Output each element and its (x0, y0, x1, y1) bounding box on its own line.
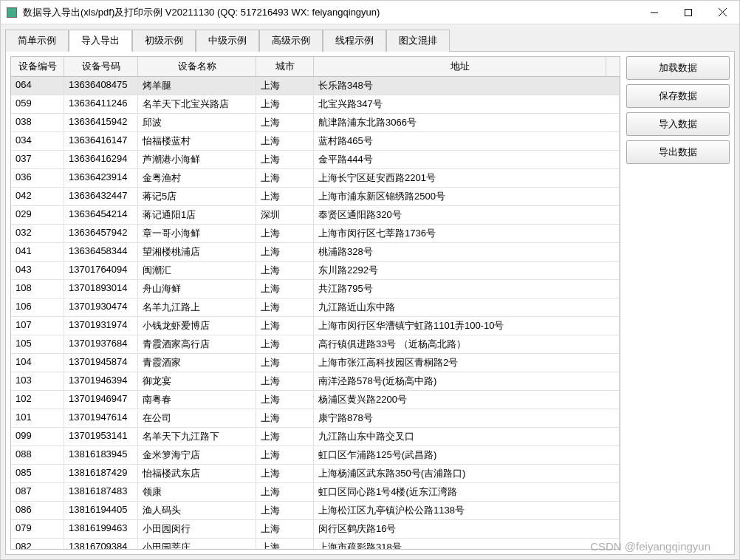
side-panel: 加载数据 保存数据 导入数据 导出数据 (626, 56, 730, 550)
table-row[interactable]: 04113636458344望湘楼桃浦店上海桃浦路328号 (11, 243, 620, 262)
cell-num: 13636416294 (64, 151, 138, 169)
cell-id: 038 (11, 114, 64, 132)
cell-id: 036 (11, 169, 64, 188)
load-data-button[interactable]: 加载数据 (626, 56, 730, 80)
cell-id: 032 (11, 225, 64, 243)
table-row[interactable]: 10413701945874青霞酒家上海上海市张江高科技园区青桐路2号 (11, 354, 620, 372)
cell-city: 上海 (256, 446, 314, 465)
cell-id: 041 (11, 243, 64, 262)
cell-addr: 长乐路348号 (314, 77, 620, 95)
table-row[interactable]: 08713816187483领康上海虹口区同心路1号4楼(近东江湾路 (11, 483, 620, 502)
cell-id: 064 (11, 77, 64, 95)
cell-city: 上海 (256, 77, 314, 95)
table-row[interactable]: 10513701937684青霞酒家高行店上海高行镇俱进路33号 （近杨高北路） (11, 335, 620, 354)
cell-city: 上海 (256, 335, 314, 354)
column-header-id[interactable]: 设备编号 (11, 57, 64, 76)
cell-addr: 上海杨浦区武东路350号(吉浦路口) (314, 465, 620, 483)
cell-addr: 九江路山东中路交叉口 (314, 428, 620, 446)
tab-6[interactable]: 图文混排 (386, 30, 450, 52)
export-data-button[interactable]: 导出数据 (626, 140, 730, 164)
table-row[interactable]: 04313701764094闽潮汇上海东川路2292号 (11, 262, 620, 280)
cell-addr: 航津路浦东北路3066号 (314, 114, 620, 132)
table-row[interactable]: 03713636416294芦潮港小海鲜上海金平路444号 (11, 151, 620, 169)
cell-name: 金粤渔村 (138, 169, 256, 188)
table-row[interactable]: 10813701893014舟山海鲜上海共江路795号 (11, 280, 620, 298)
tab-0[interactable]: 简单示例 (5, 30, 69, 52)
data-table: 设备编号 设备号码 设备名称 城市 地址 06413636408475烤羊腿上海… (10, 56, 620, 550)
tab-5[interactable]: 线程示例 (323, 30, 386, 52)
cell-addr: 杨浦区黄兴路2200号 (314, 391, 620, 409)
table-row[interactable]: 03413636416147怡福楼蓝村上海蓝村路465号 (11, 132, 620, 151)
table-row[interactable]: 03213636457942章一哥小海鲜上海上海市闵行区七莘路1736号 (11, 225, 620, 243)
tab-4[interactable]: 高级示例 (259, 30, 323, 52)
cell-name: 舟山海鲜 (138, 280, 256, 298)
cell-city: 上海 (256, 428, 314, 446)
minimize-button[interactable] (637, 1, 671, 24)
cell-city: 上海 (256, 225, 314, 243)
table-row[interactable]: 10313701946394御龙宴上海南洋泾路578号(近杨高中路) (11, 372, 620, 391)
table-row[interactable]: 08813816183945金米箩海宁店上海虹口区乍浦路125号(武昌路) (11, 446, 620, 465)
main-window: 数据导入导出(xls/pdf)及打印示例 V20211130 (QQ: 5172… (0, 0, 740, 560)
table-row[interactable]: 09913701953141名羊天下九江路下上海九江路山东中路交叉口 (11, 428, 620, 446)
tabbar: 简单示例导入导出初级示例中级示例高级示例线程示例图文混排 (1, 24, 739, 51)
table-row[interactable]: 08513816187429怡福楼武东店上海上海杨浦区武东路350号(吉浦路口) (11, 465, 620, 483)
cell-addr: 上海市疏影路318号 (314, 539, 620, 549)
cell-num: 13701930474 (64, 298, 138, 317)
cell-city: 上海 (256, 520, 314, 539)
table-row[interactable]: 06413636408475烤羊腿上海长乐路348号 (11, 77, 620, 95)
table-row[interactable]: 10613701930474名羊九江路上上海九江路近山东中路 (11, 298, 620, 317)
column-header-number[interactable]: 设备号码 (64, 57, 138, 76)
cell-id: 059 (11, 95, 64, 114)
cell-addr: 南洋泾路578号(近杨高中路) (314, 372, 620, 391)
column-header-name[interactable]: 设备名称 (138, 57, 256, 76)
import-data-button[interactable]: 导入数据 (626, 112, 730, 136)
column-header-city[interactable]: 城市 (256, 57, 314, 76)
table-row[interactable]: 03813636415942邱波上海航津路浦东北路3066号 (11, 114, 620, 132)
cell-addr: 金平路444号 (314, 151, 620, 169)
save-data-button[interactable]: 保存数据 (626, 84, 730, 108)
table-row[interactable]: 03613636423914金粤渔村上海上海长宁区延安西路2201号 (11, 169, 620, 188)
table-row[interactable]: 08213816709384小田园莘庄上海上海市疏影路318号 (11, 539, 620, 549)
close-button[interactable] (705, 1, 739, 24)
tab-3[interactable]: 中级示例 (196, 30, 259, 52)
cell-num: 13701931974 (64, 317, 138, 335)
table-row[interactable]: 05913636411246名羊天下北宝兴路店上海北宝兴路347号 (11, 95, 620, 114)
table-row[interactable]: 04213636432447蒋记5店上海上海市浦东新区锦绣路2500号 (11, 188, 620, 206)
cell-city: 上海 (256, 372, 314, 391)
cell-id: 029 (11, 206, 64, 225)
cell-city: 上海 (256, 95, 314, 114)
cell-name: 在公司 (138, 409, 256, 428)
maximize-button[interactable] (671, 1, 705, 24)
cell-name: 渔人码头 (138, 502, 256, 520)
cell-name: 领康 (138, 483, 256, 502)
cell-num: 13636408475 (64, 77, 138, 95)
table-row[interactable]: 02913636454214蒋记通阳1店深圳奉贤区通阳路320号 (11, 206, 620, 225)
table-row[interactable]: 10113701947614在公司上海康宁路878号 (11, 409, 620, 428)
cell-city: 上海 (256, 502, 314, 520)
table-row[interactable]: 10213701946947南粤春上海杨浦区黄兴路2200号 (11, 391, 620, 409)
cell-num: 13701945874 (64, 354, 138, 372)
table-row[interactable]: 10713701931974小钱龙虾爱博店上海上海市闵行区华漕镇宁虹路1101弄… (11, 317, 620, 335)
cell-city: 上海 (256, 114, 314, 132)
cell-name: 烤羊腿 (138, 77, 256, 95)
cell-name: 御龙宴 (138, 372, 256, 391)
table-row[interactable]: 07913816199463小田园闵行上海闵行区鹤庆路16号 (11, 520, 620, 539)
cell-id: 085 (11, 465, 64, 483)
cell-num: 13816183945 (64, 446, 138, 465)
cell-num: 13701947614 (64, 409, 138, 428)
tab-2[interactable]: 初级示例 (132, 30, 196, 52)
table-row[interactable]: 08613816194405渔人码头上海上海松江区九亭镇沪松公路1138号 (11, 502, 620, 520)
cell-city: 上海 (256, 354, 314, 372)
cell-addr: 闵行区鹤庆路16号 (314, 520, 620, 539)
cell-addr: 桃浦路328号 (314, 243, 620, 262)
column-header-address[interactable]: 地址 (314, 57, 606, 76)
cell-name: 名羊天下九江路下 (138, 428, 256, 446)
cell-city: 上海 (256, 243, 314, 262)
cell-id: 108 (11, 280, 64, 298)
cell-id: 034 (11, 132, 64, 151)
tab-1[interactable]: 导入导出 (69, 30, 132, 52)
cell-num: 13636416147 (64, 132, 138, 151)
table-body[interactable]: 06413636408475烤羊腿上海长乐路348号05913636411246… (11, 77, 620, 549)
cell-city: 上海 (256, 188, 314, 206)
cell-id: 106 (11, 298, 64, 317)
